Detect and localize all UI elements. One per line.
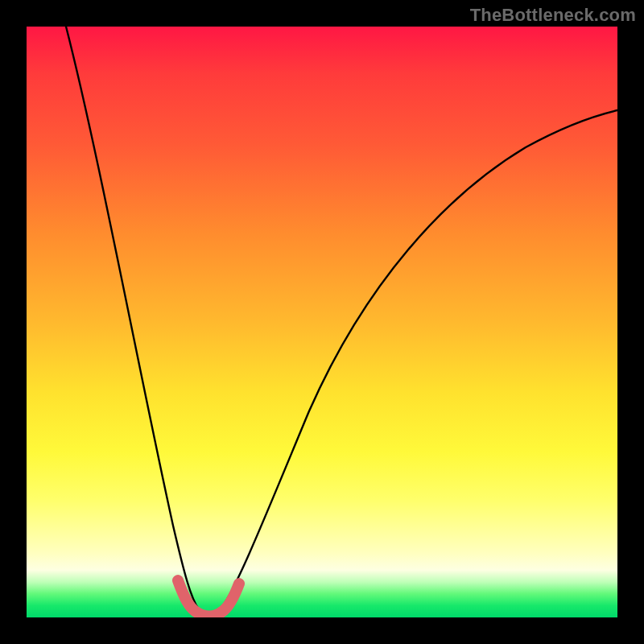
- chart-plot-area: [27, 27, 617, 617]
- bottleneck-curve: [66, 27, 617, 614]
- watermark-text: TheBottleneck.com: [470, 5, 636, 26]
- curve-layer: [27, 27, 617, 617]
- highlight-segment: [178, 580, 239, 616]
